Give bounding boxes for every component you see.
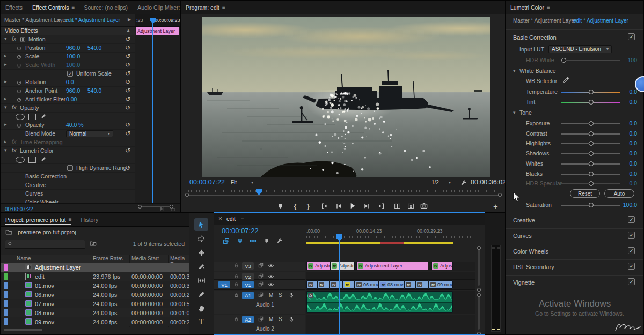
- program-scrubber[interactable]: [185, 189, 502, 197]
- effect-row-scale-width[interactable]: ▸Scale Width100.0↺: [1, 61, 135, 70]
- scrollbar-handle-top[interactable]: [477, 293, 481, 297]
- slider-track[interactable]: [561, 133, 620, 135]
- reset-icon[interactable]: ↺: [125, 130, 130, 137]
- slider-track[interactable]: [561, 92, 620, 93]
- slider-knob[interactable]: [561, 58, 566, 63]
- slider-value[interactable]: 100.0: [623, 202, 637, 208]
- ellipse-mask-icon[interactable]: [16, 114, 25, 120]
- stopwatch-icon[interactable]: [16, 79, 22, 85]
- reset-icon[interactable]: ↺: [125, 70, 130, 77]
- scrollbar-handle-top[interactable]: [477, 246, 481, 250]
- effect-row-opacity[interactable]: ▸Opacity40.0 %↺: [1, 121, 135, 130]
- label-color-chip[interactable]: [4, 318, 8, 325]
- effect-row-motion[interactable]: ▾fxMotion↺: [1, 35, 135, 44]
- slider-track[interactable]: [561, 163, 620, 165]
- project-item-row[interactable]: edit23.976 fps00:00:00:0000:00:3: [1, 272, 189, 281]
- property-value[interactable]: 540.0: [87, 87, 101, 94]
- column-header-frame-rate[interactable]: Frame Rate: [93, 256, 121, 262]
- track-content-a2[interactable]: [306, 315, 475, 335]
- track-lock-icon[interactable]: [233, 292, 239, 298]
- clip-v1[interactable]: fx: [330, 280, 343, 289]
- property-value[interactable]: 100.0: [66, 53, 80, 59]
- track-content-v3[interactable]: fxAdjustment LayerfxAdjustment LayerfxAd…: [306, 262, 475, 271]
- clip-a1[interactable]: fx: [306, 291, 453, 313]
- slider-track[interactable]: [561, 205, 620, 206]
- track-zoom-scrollbar[interactable]: [478, 248, 480, 286]
- section-hsl-secondary[interactable]: HSL Secondary: [513, 264, 554, 270]
- effect-row-high-dynamic-range[interactable]: High Dynamic Range↺: [1, 164, 135, 173]
- collapse-icon[interactable]: ▲: [126, 28, 130, 33]
- tool-razor[interactable]: [194, 260, 208, 273]
- section-vignette[interactable]: Vignette: [513, 279, 535, 286]
- tab-source-no-clips-[interactable]: Source: (no clips): [79, 1, 133, 14]
- tool-selection[interactable]: [194, 218, 208, 231]
- project-item-row[interactable]: 01.mov24.00 fps00:00:00:0000:00:3: [1, 281, 189, 290]
- slider-knob[interactable]: [589, 161, 594, 166]
- mini-playhead-line[interactable]: [152, 19, 153, 203]
- effect-row-color-wheels[interactable]: Color Wheels: [1, 198, 135, 203]
- sequence-clip-label[interactable]: edit * Adjustment Layer: [573, 18, 628, 24]
- clip-08-mov[interactable]: fx08.mov: [379, 280, 404, 289]
- transport-mark-in[interactable]: {: [290, 201, 300, 211]
- stopwatch-icon[interactable]: [16, 122, 22, 128]
- clip-v1[interactable]: fx: [343, 280, 355, 289]
- property-value[interactable]: 40.0 %: [66, 122, 84, 128]
- slider-value[interactable]: 0.0: [629, 160, 637, 167]
- slider-value[interactable]: 0.0: [629, 120, 637, 126]
- twirl-open-icon[interactable]: ▾: [513, 110, 516, 115]
- reset-icon[interactable]: ↺: [125, 61, 130, 69]
- slider-knob[interactable]: [589, 131, 594, 136]
- clip-adjustment-layer[interactable]: fxAdjustment Layer: [330, 262, 355, 270]
- effect-row-curves[interactable]: Curves: [1, 190, 135, 198]
- tool-track-select-forward[interactable]: [194, 232, 208, 245]
- label-color-chip[interactable]: [4, 282, 8, 289]
- transport-go-to-in[interactable]: [319, 201, 329, 211]
- clip-v1[interactable]: fx: [317, 280, 330, 289]
- stopwatch-icon[interactable]: [16, 45, 22, 51]
- section-curves[interactable]: Curves: [513, 233, 532, 239]
- clip-v1[interactable]: fx: [415, 280, 429, 289]
- blend-mode-dropdown[interactable]: Normal▾: [66, 130, 113, 137]
- effect-row-scale[interactable]: ▸Scale100.0↺: [1, 53, 135, 61]
- section-creative[interactable]: Creative: [513, 217, 535, 224]
- transport-step-forward[interactable]: [362, 201, 371, 211]
- slider-track[interactable]: [561, 143, 620, 144]
- next-clip-icon[interactable]: ▶: [128, 17, 131, 22]
- label-color-chip[interactable]: [4, 273, 8, 280]
- track-content-v1[interactable]: fxfxfxfxfx06.movfx08.movfxfxfx09.mov: [306, 280, 475, 290]
- column-header-name[interactable]: Name: [17, 256, 31, 262]
- slider-track[interactable]: [561, 123, 620, 124]
- twirl-closed-icon[interactable]: ▸: [4, 122, 7, 127]
- checkbox[interactable]: [67, 165, 73, 171]
- tool-ripple-edit[interactable]: [194, 246, 208, 259]
- slider-knob[interactable]: [589, 181, 594, 186]
- zoom-level-dropdown[interactable]: Fit▾: [228, 178, 256, 187]
- panel-menu-icon[interactable]: ≡: [222, 4, 225, 10]
- slider-knob[interactable]: [589, 121, 594, 126]
- twirl-closed-icon[interactable]: ▸: [4, 96, 7, 101]
- scrollbar-handle-bottom[interactable]: [477, 288, 481, 292]
- label-color-chip[interactable]: [4, 300, 8, 307]
- slider-track[interactable]: [561, 174, 620, 175]
- mini-timeline-ruler[interactable]: :2300:00:09:23: [135, 14, 181, 27]
- effect-row-basic-correction[interactable]: Basic Correction: [1, 173, 135, 181]
- slider-value[interactable]: 0.0: [629, 99, 637, 105]
- twirl-open-icon[interactable]: ▾: [513, 68, 516, 73]
- twirl-open-icon[interactable]: ▾: [4, 36, 7, 41]
- play-around-icon[interactable]: [159, 206, 165, 212]
- track-zoom-scrollbar[interactable]: [478, 295, 480, 330]
- tab-program-edit[interactable]: Program: edit≡: [181, 1, 230, 14]
- transport-lift[interactable]: [392, 201, 402, 211]
- track-lock-icon[interactable]: [233, 316, 239, 322]
- property-value[interactable]: 100.0: [66, 62, 80, 68]
- rect-mask-icon[interactable]: [28, 114, 36, 120]
- toolbar-nest[interactable]: [222, 236, 230, 245]
- panel-menu-icon[interactable]: ≡: [241, 216, 244, 222]
- transport-add-marker[interactable]: [275, 201, 285, 211]
- track-content-v2[interactable]: [306, 272, 475, 280]
- slider-knob[interactable]: [589, 151, 594, 156]
- track-name-a1[interactable]: A1: [242, 292, 254, 299]
- section-checkbox-creative[interactable]: ✓: [628, 216, 635, 223]
- effect-row-rotation[interactable]: ▸Rotation0.0↺: [1, 78, 135, 87]
- effect-row-anchor-point[interactable]: Anchor Point960.0540.0↺: [1, 87, 135, 95]
